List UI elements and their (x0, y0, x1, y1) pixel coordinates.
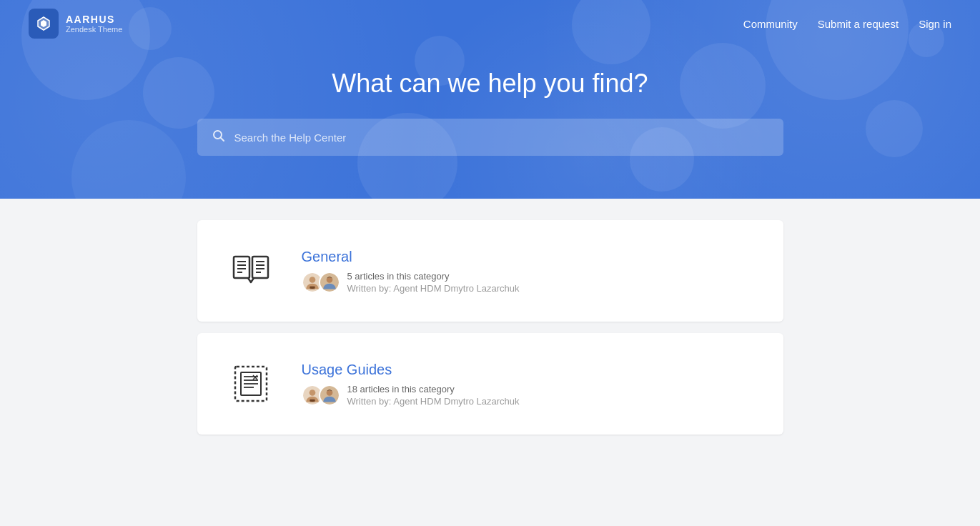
svg-point-13 (309, 277, 315, 283)
nav-sign-in[interactable]: Sign in (919, 18, 951, 30)
avatar-2 (319, 272, 340, 293)
meta-text-usage-guides: 18 articles in this category Written by:… (347, 384, 520, 407)
hero-section: What can we help you find? (0, 47, 980, 156)
svg-rect-2 (252, 257, 268, 278)
usage-guides-icon (226, 359, 276, 409)
category-meta-usage-guides: 18 articles in this category Written by:… (302, 384, 755, 407)
category-meta-general: 5 articles in this category Written by: … (302, 271, 755, 294)
search-input[interactable] (234, 132, 769, 144)
avatar-4 (319, 384, 340, 406)
header: AARHUS Zendesk Theme Community Submit a … (0, 0, 980, 199)
hero-title: What can we help you find? (332, 69, 648, 99)
category-title-general[interactable]: General (302, 249, 755, 265)
nav-links: Community Submit a request Sign in (743, 18, 951, 30)
category-title-usage-guides[interactable]: Usage Guides (302, 362, 755, 378)
category-info-general: General (302, 249, 755, 294)
logo-area: AARHUS Zendesk Theme (29, 9, 122, 39)
category-info-usage-guides: Usage Guides (302, 362, 755, 407)
category-card-usage-guides: Usage Guides (197, 333, 783, 435)
category-card-general: General (197, 220, 783, 322)
avatars-usage-guides (302, 384, 340, 406)
articles-count-usage-guides: 18 articles in this category (347, 384, 520, 394)
svg-point-26 (309, 389, 315, 396)
search-icon (212, 129, 226, 146)
meta-text-general: 5 articles in this category Written by: … (347, 271, 520, 294)
logo-subtitle: Zendesk Theme (66, 25, 122, 34)
search-bar (197, 119, 783, 156)
avatars-general (302, 272, 340, 293)
written-by-usage-guides: Written by: Agent HDM Dmytro Lazarchuk (347, 396, 520, 407)
nav-community[interactable]: Community (743, 18, 798, 30)
logo-text: AARHUS Zendesk Theme (66, 14, 122, 34)
written-by-general: Written by: Agent HDM Dmytro Lazarchuk (347, 283, 520, 294)
svg-rect-1 (234, 257, 249, 278)
nav-bar: AARHUS Zendesk Theme Community Submit a … (0, 0, 980, 47)
logo-name: AARHUS (66, 14, 122, 25)
main-content: General (183, 199, 798, 475)
articles-count-general: 5 articles in this category (347, 271, 520, 282)
nav-submit-request[interactable]: Submit a request (818, 18, 899, 30)
general-icon (226, 246, 276, 296)
logo-icon (29, 9, 59, 39)
